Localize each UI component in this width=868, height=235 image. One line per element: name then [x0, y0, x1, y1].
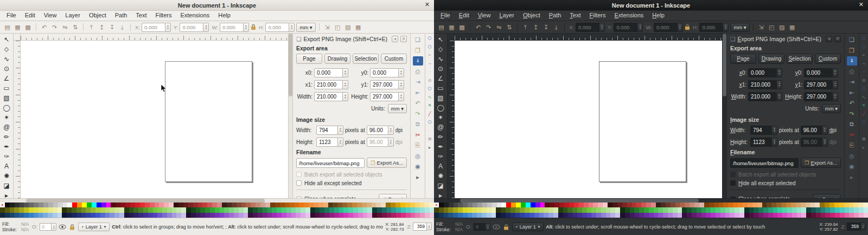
- export-as-button[interactable]: ❒ Export As...: [367, 158, 407, 168]
- snap-enable-icon[interactable]: ⬡: [860, 35, 867, 42]
- x0-field[interactable]: 0.000: [314, 68, 343, 77]
- snap-edge-mid-icon[interactable]: ·: [426, 69, 433, 75]
- vertical-ruler[interactable]: [448, 41, 455, 198]
- palette-swatch[interactable]: [773, 207, 778, 212]
- palette-swatch[interactable]: [148, 213, 153, 218]
- palette-swatch[interactable]: [0, 207, 5, 212]
- palette-swatch[interactable]: [119, 207, 124, 212]
- image-height-spinner[interactable]: [772, 138, 777, 147]
- palette-swatch[interactable]: [768, 213, 773, 218]
- area-width-field[interactable]: 210.000: [314, 92, 343, 101]
- canvas[interactable]: [455, 41, 722, 198]
- rectangle-tool[interactable]: ▭: [435, 83, 446, 93]
- palette-swatch[interactable]: [343, 207, 348, 212]
- palette-swatch[interactable]: [153, 213, 158, 218]
- palette-swatch[interactable]: [668, 213, 673, 218]
- snap-bbox-edge-icon[interactable]: ⌐: [860, 52, 867, 58]
- palette-swatch[interactable]: [678, 207, 682, 212]
- document-open-icon[interactable]: ❐: [847, 46, 857, 55]
- y-spinner[interactable]: [637, 23, 643, 32]
- palette-swatch[interactable]: [449, 203, 454, 207]
- palette-swatch[interactable]: [234, 207, 239, 212]
- node-tool[interactable]: ⬦: [435, 44, 446, 54]
- menu-filters[interactable]: Filters: [585, 11, 610, 21]
- palette-swatch[interactable]: [110, 213, 114, 218]
- palette-swatch[interactable]: [506, 207, 510, 212]
- export-area-selection-button[interactable]: Selection: [787, 54, 813, 64]
- palette-swatch[interactable]: [463, 213, 468, 218]
- palette-swatch[interactable]: [839, 203, 844, 207]
- rectangle-tool[interactable]: ▭: [1, 83, 12, 93]
- palette-swatch[interactable]: [858, 203, 863, 207]
- palette-swatch[interactable]: [323, 203, 328, 207]
- palette-swatch[interactable]: [704, 203, 709, 207]
- palette-swatch[interactable]: [477, 207, 482, 212]
- palette-swatch[interactable]: [625, 213, 630, 218]
- w-field[interactable]: 0.000: [654, 23, 678, 32]
- redo-icon[interactable]: ↷: [847, 109, 857, 119]
- cut-icon[interactable]: ✂: [847, 130, 857, 140]
- palette-swatch[interactable]: [682, 207, 687, 212]
- palette-swatch[interactable]: [48, 213, 53, 218]
- titlebar[interactable]: New document 1 - Inkscape ✕: [434, 0, 868, 11]
- palette-swatch[interactable]: [651, 203, 656, 207]
- palette-swatch[interactable]: [415, 213, 420, 218]
- snapbar-overflow[interactable]: ▸: [426, 145, 433, 151]
- palette-swatch[interactable]: [178, 203, 183, 207]
- transform-gradient-toggle-icon[interactable]: ▨: [343, 23, 353, 32]
- palette-swatch[interactable]: [673, 207, 678, 212]
- palette-swatch[interactable]: [169, 203, 174, 207]
- palette-swatch[interactable]: [391, 203, 395, 207]
- units-dropdown[interactable]: mm ▾: [296, 23, 315, 32]
- palette-swatch[interactable]: [468, 207, 473, 212]
- palette-swatch[interactable]: [15, 203, 20, 207]
- palette-swatch[interactable]: [458, 207, 463, 212]
- palette-swatch[interactable]: [289, 203, 294, 207]
- h-spinner[interactable]: [723, 23, 729, 32]
- palette-swatch[interactable]: [29, 207, 34, 212]
- palette-swatch[interactable]: [140, 203, 145, 207]
- palette-swatch[interactable]: [563, 213, 568, 218]
- palette-swatch[interactable]: [186, 213, 191, 218]
- palette-swatch[interactable]: [739, 213, 744, 218]
- palette-swatch[interactable]: [24, 203, 29, 207]
- palette-swatch[interactable]: [377, 213, 382, 218]
- palette-swatch[interactable]: [786, 203, 791, 207]
- palette-swatch[interactable]: [334, 207, 339, 212]
- filename-input[interactable]: /home/liveuser/bitmap.png: [296, 158, 365, 168]
- document-new-icon[interactable]: ❏: [413, 35, 423, 44]
- palette-swatch[interactable]: [305, 207, 310, 212]
- palette-swatch[interactable]: [391, 213, 396, 218]
- palette-swatch[interactable]: [263, 207, 267, 212]
- import-icon[interactable]: ⇥: [413, 77, 423, 87]
- layer-lock-icon[interactable]: [68, 223, 76, 231]
- palette-swatch[interactable]: [91, 213, 95, 218]
- area-height-field[interactable]: 297.000: [804, 92, 833, 101]
- palette-swatch[interactable]: [864, 213, 868, 218]
- palette-swatch[interactable]: [510, 213, 515, 218]
- palette-swatch[interactable]: [248, 213, 253, 218]
- palette-swatch[interactable]: [348, 213, 353, 218]
- menu-extensions[interactable]: Extensions: [176, 11, 214, 21]
- snap-nodes-icon[interactable]: ⬡: [860, 86, 867, 92]
- redo-icon[interactable]: ↷: [413, 109, 423, 119]
- x0-spinner[interactable]: [777, 68, 782, 77]
- select-all-layers-icon[interactable]: ▦: [13, 23, 22, 32]
- palette-swatch[interactable]: [395, 203, 400, 207]
- menu-edit[interactable]: Edit: [455, 11, 474, 21]
- palette-swatch[interactable]: [690, 203, 694, 207]
- palette-swatch[interactable]: [534, 213, 539, 218]
- image-width-field[interactable]: 794: [316, 126, 338, 135]
- area-height-field[interactable]: 297.000: [370, 92, 399, 101]
- raise-to-top-icon[interactable]: ⤒: [87, 23, 96, 32]
- palette-swatch[interactable]: [687, 213, 692, 218]
- snap-edge-mid-icon[interactable]: ·: [860, 69, 867, 75]
- palette-swatch[interactable]: [164, 203, 169, 207]
- palette-swatch[interactable]: [658, 207, 663, 212]
- palette-swatch[interactable]: [310, 213, 315, 218]
- palette-swatch[interactable]: [387, 213, 392, 218]
- palette-swatch[interactable]: [711, 207, 716, 212]
- hide-except-checkbox-row[interactable]: Hide all except selected: [730, 180, 841, 186]
- palette-swatch[interactable]: [544, 207, 548, 212]
- palette-swatch[interactable]: [391, 207, 396, 212]
